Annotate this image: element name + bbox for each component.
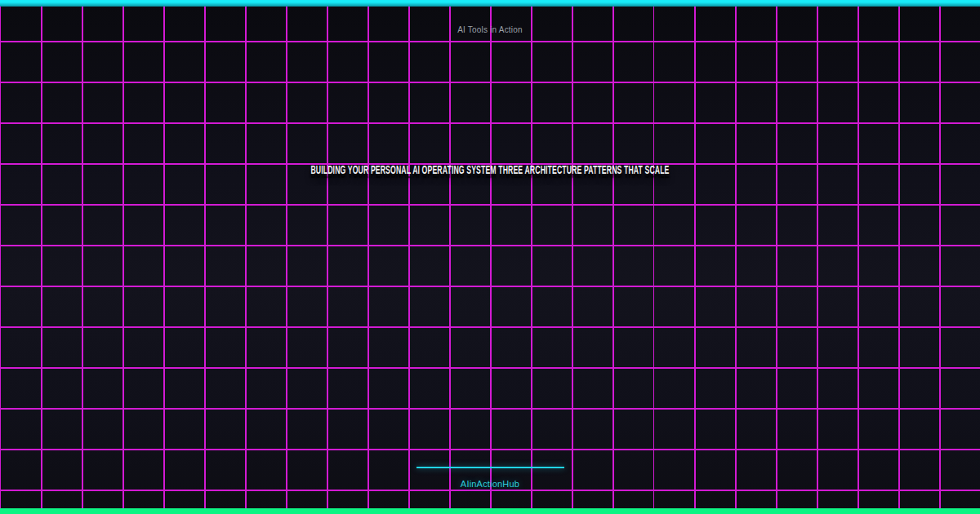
top-accent-bar xyxy=(0,0,980,7)
eyebrow-label: AI Tools in Action xyxy=(0,25,980,34)
brand-name: AIinActionHub xyxy=(0,479,980,489)
og-card: AI Tools in Action BUILDING YOUR PERSONA… xyxy=(0,0,980,514)
brand-divider-line xyxy=(416,467,564,468)
page-title: BUILDING YOUR PERSONAL AI OPERATING SYST… xyxy=(186,163,794,176)
bottom-accent-bar xyxy=(0,508,980,514)
grid-background xyxy=(0,0,980,514)
